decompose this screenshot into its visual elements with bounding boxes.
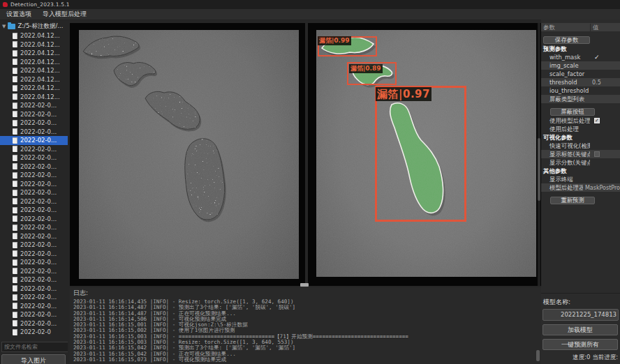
file-item[interactable]: 2022-02-0... bbox=[0, 258, 68, 267]
image-panel-original bbox=[70, 23, 305, 286]
log-scrollbar-thumb[interactable] bbox=[536, 350, 540, 361]
param-row[interactable]: 显示分数(关键点) bbox=[541, 158, 620, 167]
param-value[interactable]: MaskPostPro bbox=[583, 185, 620, 191]
tree-root[interactable]: ▼ Z:/5-标注数据/... bbox=[0, 22, 68, 31]
file-icon bbox=[13, 155, 17, 161]
param-category: 预测参数 bbox=[541, 45, 620, 53]
file-item[interactable]: 2022-02-0... bbox=[0, 223, 68, 232]
predict-all-button[interactable]: 一键预测所有 bbox=[542, 339, 618, 350]
chevron-down-icon[interactable]: ▼ bbox=[2, 24, 6, 29]
param-button[interactable]: 保存参数 bbox=[543, 36, 590, 44]
file-item[interactable]: 2022-02-0... bbox=[0, 162, 68, 172]
file-item[interactable]: 2022-02-0... bbox=[0, 136, 68, 145]
file-item[interactable]: 2022-02-0... bbox=[0, 319, 68, 328]
file-item[interactable]: 2022-02-0... bbox=[0, 285, 68, 294]
file-item[interactable]: 2022.04.12... bbox=[0, 49, 68, 58]
param-name: 快速可视化(检测) bbox=[541, 142, 590, 150]
file-item[interactable]: 2022-02-0 bbox=[0, 328, 68, 337]
param-value[interactable] bbox=[590, 151, 620, 157]
param-row[interactable]: threshold0.5 bbox=[541, 78, 620, 86]
param-name: 使用模型后处理 bbox=[541, 117, 590, 125]
param-row[interactable]: scale_factor bbox=[541, 70, 620, 78]
file-item[interactable]: 2022-02-0... bbox=[0, 267, 68, 276]
file-item-label: 2022-02-0... bbox=[20, 137, 57, 144]
file-item[interactable]: 2022.04.12... bbox=[0, 40, 68, 50]
file-item[interactable]: 2022-02-0... bbox=[0, 197, 68, 206]
param-row[interactable]: iou_threshold bbox=[541, 86, 620, 95]
param-button[interactable]: 屏蔽按钮 bbox=[550, 108, 595, 116]
file-item[interactable]: 2022.04.12... bbox=[0, 58, 68, 67]
file-list: 2022.04.12...2022.04.12...2022.04.12...2… bbox=[0, 31, 68, 359]
file-item[interactable]: 2022.04.12... bbox=[0, 84, 68, 93]
file-item-label: 2022-02-0... bbox=[20, 154, 57, 161]
file-item[interactable]: 2022.04.12... bbox=[0, 31, 68, 40]
param-row[interactable]: 使用后处理 bbox=[541, 125, 620, 133]
tree-root-label: Z:/5-标注数据/... bbox=[17, 22, 63, 31]
file-item[interactable]: 2022-02-0... bbox=[0, 128, 68, 137]
param-row[interactable]: 模型后处理器MaskPostPro bbox=[541, 183, 620, 192]
load-model-button[interactable]: 加载模型 bbox=[542, 324, 618, 335]
file-item[interactable]: 2022.04.12... bbox=[0, 66, 68, 75]
file-icon bbox=[13, 163, 17, 169]
param-row[interactable]: with_mask✓ bbox=[541, 53, 620, 61]
param-name: 模型后处理器 bbox=[541, 184, 583, 192]
file-item[interactable]: 2022-02-0... bbox=[0, 241, 68, 250]
file-item[interactable]: 2022-02-0... bbox=[0, 171, 68, 180]
param-row[interactable]: 使用模型后处理✓ bbox=[541, 116, 620, 125]
file-item[interactable]: 2022.04.12... bbox=[0, 93, 68, 102]
file-item[interactable]: 2022-02-0... bbox=[0, 215, 68, 224]
log-panel[interactable]: 日志: 2023-01-11 16:16:14,435 |INFO| - Res… bbox=[70, 287, 541, 364]
param-value[interactable]: ✓ bbox=[590, 118, 620, 123]
file-item[interactable]: 2022-02-0... bbox=[0, 145, 68, 154]
file-item[interactable]: 2022-02-0... bbox=[0, 180, 68, 189]
file-item-label: 2022-02-0... bbox=[20, 268, 57, 275]
param-row[interactable]: 快速可视化(检测) bbox=[541, 142, 620, 150]
file-icon bbox=[13, 50, 17, 56]
file-item[interactable]: 2022.04.12... bbox=[0, 75, 68, 84]
folder-icon bbox=[8, 24, 15, 29]
file-item[interactable]: 2022-02-0... bbox=[0, 110, 68, 119]
filename-search-input[interactable] bbox=[1, 342, 68, 352]
image-canvas-original[interactable] bbox=[79, 30, 299, 279]
log-line: 2023-01-11 16:16:15,073 |INFO| - 可视化预测结果… bbox=[73, 357, 538, 363]
menu-item-import-postprocess[interactable]: 导入模型后处理 bbox=[43, 10, 87, 19]
file-item-label: 2022-02-0... bbox=[20, 128, 57, 135]
file-item-label: 2022-02-0... bbox=[20, 241, 57, 248]
param-row[interactable]: 显示标签(关键点) bbox=[541, 150, 620, 158]
file-item[interactable]: 2022-02-0... bbox=[0, 101, 68, 110]
menu-item-settings[interactable]: 设置选项 bbox=[6, 10, 31, 19]
params-scrollbar-thumb[interactable] bbox=[538, 138, 540, 201]
import-images-button[interactable]: 导入图片 bbox=[1, 354, 66, 364]
file-item[interactable]: 2022-02-0... bbox=[0, 275, 68, 285]
file-item-label: 2022-02-0... bbox=[20, 320, 57, 327]
param-row[interactable]: img_scale bbox=[541, 61, 620, 70]
file-item[interactable]: 2022-02-0... bbox=[0, 310, 68, 319]
param-value[interactable]: ✓ bbox=[590, 54, 620, 61]
file-icon bbox=[13, 233, 17, 239]
file-item[interactable]: 2022-02-0... bbox=[0, 206, 68, 215]
checkbox-empty-icon[interactable] bbox=[594, 151, 600, 157]
file-item-label: 2022.04.12... bbox=[20, 41, 60, 48]
image-canvas-prediction[interactable]: 漏箔|0.99 漏箔|0.89 漏箔|0.97 bbox=[316, 30, 536, 277]
param-value[interactable]: 0.5 bbox=[590, 79, 620, 86]
param-row[interactable]: 显示终端 bbox=[541, 175, 620, 183]
file-item[interactable]: 2022-02-0... bbox=[0, 188, 68, 197]
file-icon bbox=[13, 68, 17, 74]
file-icon bbox=[13, 137, 17, 144]
file-item-label: 2022-02-0... bbox=[20, 163, 57, 170]
param-row[interactable]: 屏蔽类型列表 bbox=[541, 95, 620, 103]
param-button[interactable]: 重新预测 bbox=[550, 197, 595, 204]
checkbox-checked-icon[interactable]: ✓ bbox=[594, 118, 600, 123]
file-item[interactable]: 2022-02-0... bbox=[0, 302, 68, 311]
panel-splitter-handle[interactable] bbox=[300, 283, 309, 287]
file-icon bbox=[13, 41, 17, 47]
file-item[interactable]: 2022-02-0... bbox=[0, 119, 68, 128]
model-name-field[interactable]: 20221225_174813 bbox=[542, 309, 619, 321]
param-name: with_mask bbox=[541, 54, 590, 61]
file-item[interactable]: 2022-02-0... bbox=[0, 232, 68, 241]
file-item[interactable]: 2022-02-0... bbox=[0, 293, 68, 302]
file-item[interactable]: 2022-02-0... bbox=[0, 153, 68, 162]
params-scrollbar-track[interactable] bbox=[538, 23, 540, 286]
file-item[interactable]: 2022-02-0... bbox=[0, 250, 68, 259]
file-item-label: 2022-02-0... bbox=[20, 276, 57, 283]
